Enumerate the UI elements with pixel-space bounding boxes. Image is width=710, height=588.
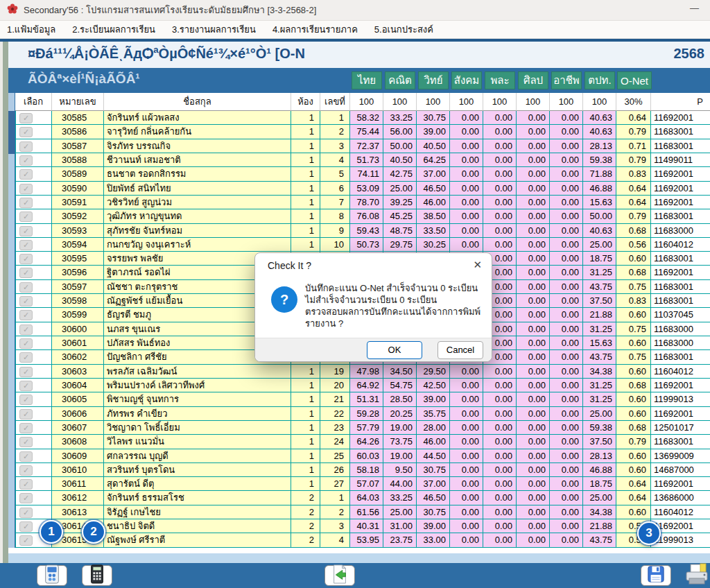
row-checkbox[interactable]: ✓ <box>19 211 33 222</box>
row-checkbox[interactable]: ✓ <box>19 381 33 391</box>
ok-button[interactable]: OK <box>367 341 422 359</box>
table-row[interactable]: ✓ 30590 ปิยพัทธ์ สนิทไทย 1 6 53.09 25.00… <box>15 182 710 196</box>
cell-onet-percent: 0.75 <box>616 350 651 364</box>
cancel-button[interactable]: Cancel <box>438 341 483 359</box>
dialog-message-line: ไม่สำเร็จจำนวนระเบียน 0 ระเบียน <box>305 294 485 306</box>
table-row[interactable]: ✓ 30591 วชิรวิทย์ สูญน่วม 1 7 78.70 39.2… <box>15 196 710 209</box>
row-checkbox[interactable]: ✓ <box>19 395 33 405</box>
row-checkbox[interactable]: ✓ <box>19 367 33 377</box>
row-checkbox[interactable]: ✓ <box>19 240 33 250</box>
subject-tab[interactable]: อาชีพ <box>551 71 582 89</box>
row-checkbox[interactable]: ✓ <box>19 310 33 320</box>
vertical-scrollbar-thumb[interactable] <box>8 111 15 154</box>
row-checkbox[interactable]: ✓ <box>19 226 33 236</box>
row-checkbox[interactable]: ✓ <box>19 169 33 180</box>
row-checkbox[interactable]: ✓ <box>19 155 33 166</box>
table-row[interactable]: ✓ 30609 ศกลวรรณ บุญดี 1 25 60.03 19.00 4… <box>15 449 710 463</box>
row-checkbox[interactable]: ✓ <box>19 268 33 278</box>
row-checkbox[interactable]: ✓ <box>19 254 33 264</box>
row-checkbox[interactable]: ✓ <box>19 409 33 420</box>
cell-score-foreign: 25.00 <box>583 407 616 421</box>
row-checkbox[interactable]: ✓ <box>19 282 33 293</box>
row-checkbox[interactable]: ✓ <box>19 198 33 208</box>
row-checkbox[interactable]: ✓ <box>19 521 33 532</box>
cell-score-pe: 0.00 <box>483 111 517 125</box>
row-checkbox[interactable]: ✓ <box>19 184 33 194</box>
row-checkbox[interactable]: ✓ <box>19 493 33 503</box>
cell-name: ปิยพัทธ์ สนิทไทย <box>104 182 291 196</box>
table-row[interactable]: ✓ 30603 พรลภัส เฉลิมวัฒน์ 1 19 47.98 34.… <box>15 365 710 379</box>
row-checkbox[interactable]: ✓ <box>19 535 33 546</box>
menu-item[interactable]: 5.อเนกประสงค์ <box>374 22 433 37</box>
row-checkbox[interactable]: ✓ <box>19 479 33 490</box>
menu-item[interactable]: 4.ผลการเรียนรายภาค <box>272 22 358 37</box>
cell-score-art: 0.00 <box>517 477 550 491</box>
row-checkbox[interactable]: ✓ <box>19 423 33 433</box>
calculator-button[interactable] <box>82 565 112 586</box>
recalculate-device-button[interactable] <box>37 565 67 586</box>
table-row[interactable]: ✓ 30612 จักรินทร์ ธรรมสโรช 2 1 64.03 33.… <box>15 491 710 505</box>
cell-student-id: 30612 <box>52 491 104 505</box>
table-row[interactable]: ✓ 30615 ณัฐพงษ์ ศรีราตี 2 4 53.95 23.75 … <box>15 533 710 547</box>
table-row[interactable]: ✓ 30592 วุฒิภัทร หาญขุนทด 1 8 76.08 45.2… <box>15 209 710 223</box>
row-checkbox[interactable]: ✓ <box>19 352 33 363</box>
table-row[interactable]: ✓ 30605 พิชามญชุ์ จุนทการ 1 21 51.31 28.… <box>15 392 710 406</box>
menu-item[interactable]: 1.แฟ้มข้อมูล <box>7 22 55 37</box>
subject-tab[interactable]: ตปท. <box>585 71 615 89</box>
menu-item[interactable]: 2.ระเบียนผลการเรียน <box>72 22 155 37</box>
table-row[interactable]: ✓ 30589 ธนชาต รอดกสิกรรม 1 5 74.11 42.75… <box>15 167 710 181</box>
row-checkbox[interactable]: ✓ <box>19 113 33 123</box>
subject-tab[interactable]: พละ <box>485 71 515 89</box>
vertical-scrollbar[interactable] <box>8 93 15 548</box>
cell-student-id: 30613 <box>52 505 104 519</box>
table-row[interactable]: ✓ 30613 จิรัฏฐ์ เกษไชย 2 2 61.56 25.00 3… <box>15 505 710 519</box>
subject-tab[interactable]: ศิลป <box>518 71 548 89</box>
cell-room: 1 <box>291 477 320 491</box>
menu-item[interactable]: 3.รายงานผลการเรียน <box>172 22 256 37</box>
row-checkbox[interactable]: ✓ <box>19 451 33 462</box>
cell-pid: 12501017 <box>651 421 710 435</box>
table-row[interactable]: ✓ 30614 ชนาธิป จิตดี 2 3 40.31 31.00 39.… <box>15 519 710 533</box>
close-icon[interactable]: ✕ <box>473 259 482 271</box>
row-checkbox[interactable]: ✓ <box>19 508 33 518</box>
cell-score-career: 0.00 <box>550 153 583 167</box>
save-button[interactable] <box>641 565 671 586</box>
row-checkbox[interactable]: ✓ <box>19 338 33 349</box>
panel-subtitle-band: ÃÒÂª×èÍ¹Ñ¡àÃÕÂ¹ ไทยคณิตวิทย์สังคมพละศิลป… <box>8 68 710 93</box>
cell-score-social: 0.00 <box>450 449 483 463</box>
row-checkbox[interactable]: ✓ <box>19 141 33 152</box>
table-row[interactable]: ✓ 30594 กนกขวัญ จงนุเคราะห์ 1 10 50.73 2… <box>15 238 710 252</box>
row-checkbox[interactable]: ✓ <box>19 465 33 476</box>
table-row[interactable]: ✓ 30610 สวรินทร์ บุตรโดน 1 26 58.18 9.50… <box>15 463 710 477</box>
cell-score-thai: 64.26 <box>350 435 383 449</box>
table-row[interactable]: ✓ 30611 สุดารัตน์ ดีตุ 1 27 57.07 44.00 … <box>15 477 710 491</box>
import-back-button[interactable] <box>324 565 355 586</box>
subject-tab[interactable]: สังคม <box>451 71 482 89</box>
row-checkbox[interactable]: ✓ <box>19 325 33 335</box>
row-checkbox[interactable]: ✓ <box>19 296 33 306</box>
subject-tab[interactable]: คณิต <box>385 71 415 89</box>
print-button[interactable] <box>682 564 710 587</box>
subject-tab[interactable]: O-Net <box>617 71 652 89</box>
row-checkbox[interactable]: ✓ <box>19 437 33 447</box>
table-row[interactable]: ✓ 30604 พริมนปรางค์ เลิศวาทีพงศ์ 1 20 64… <box>15 379 710 392</box>
table-row[interactable]: ✓ 30606 ภัทรพร คำเขียว 1 22 59.28 20.25 … <box>15 407 710 421</box>
table-row[interactable]: ✓ 30587 จิรภัทร บรรณกิจ 1 3 72.37 50.00 … <box>15 139 710 153</box>
subject-tab[interactable]: ไทย <box>352 71 382 89</box>
table-row[interactable]: ✓ 30588 ชีวานนท์ เสมอชาติ 1 4 51.73 40.5… <box>15 153 710 167</box>
table-row[interactable]: ✓ 30593 สุภัทรชัย จันทร์หอม 1 9 59.43 48… <box>15 224 710 238</box>
table-row[interactable]: ✓ 30586 จารุวิทย์ กลิ่นคล้ายกัน 1 2 75.4… <box>15 125 710 139</box>
cell-score-science: 39.00 <box>417 392 450 406</box>
table-row[interactable]: ✓ 30585 จักรินทร์ แผ้วพลสง 1 1 58.32 33.… <box>15 111 710 125</box>
cell-score-pe: 0.00 <box>483 519 517 533</box>
table-row[interactable]: ✓ 30607 วิชญาดา โพธิ์เอี่ยม 1 23 57.79 1… <box>15 421 710 435</box>
cell-name: ณัฐพงษ์ ศรีราตี <box>104 533 291 547</box>
minimize-button[interactable]: — <box>690 3 699 13</box>
table-row[interactable]: ✓ 30608 วิไลพร แนวมั่น 1 24 64.26 73.75 … <box>15 435 710 449</box>
row-checkbox[interactable]: ✓ <box>19 127 33 137</box>
horizontal-scrollbar[interactable] <box>8 553 710 563</box>
cell-student-id: 30600 <box>52 322 104 336</box>
subject-tab[interactable]: วิทย์ <box>418 71 449 89</box>
floppy-disk-icon <box>647 565 665 586</box>
cell-score-art: 0.00 <box>517 435 550 449</box>
